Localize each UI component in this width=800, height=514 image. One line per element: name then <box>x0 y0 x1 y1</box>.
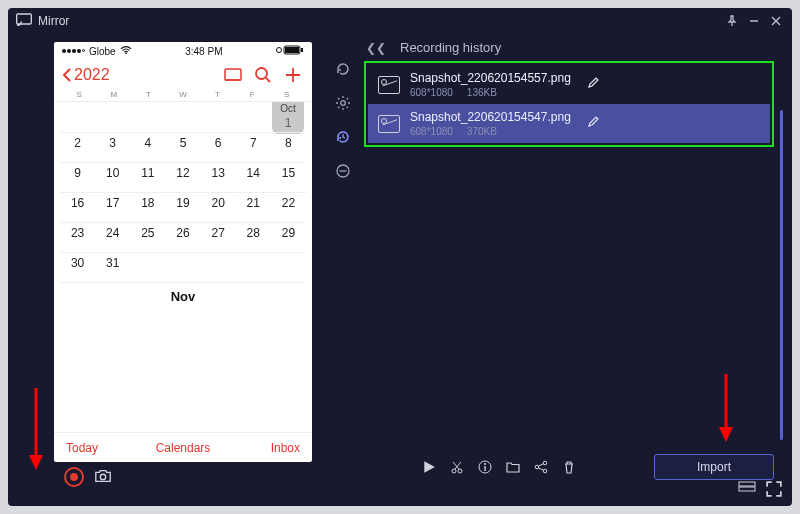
day-cell[interactable]: 12 <box>165 162 200 192</box>
edit-icon[interactable] <box>587 116 599 131</box>
day-cell[interactable]: 2 <box>60 132 95 162</box>
day-cell[interactable]: 7 <box>236 132 271 162</box>
recording-name: Snapshot_220620154557.png <box>410 71 571 85</box>
mirror-column: Globe 3:48 PM 2022 <box>8 34 326 506</box>
day-cell[interactable]: 30 <box>60 252 95 282</box>
day-cell[interactable]: 13 <box>201 162 236 192</box>
next-month-label: Nov <box>60 282 306 306</box>
day-cell[interactable] <box>130 306 165 336</box>
delete-icon[interactable] <box>560 458 578 476</box>
inbox-button[interactable]: Inbox <box>271 441 300 455</box>
corner-icons <box>738 481 782 500</box>
carrier-label: Globe <box>89 46 116 57</box>
day-cell[interactable]: 26 <box>165 222 200 252</box>
day-cell[interactable]: 14 <box>236 162 271 192</box>
remove-icon[interactable] <box>334 162 352 180</box>
search-icon[interactable] <box>252 64 274 86</box>
day-cell[interactable] <box>95 306 130 336</box>
play-icon[interactable] <box>420 458 438 476</box>
day-cell[interactable]: 31 <box>95 252 130 282</box>
day-cell[interactable]: 18 <box>130 192 165 222</box>
list-view-icon[interactable] <box>222 64 244 86</box>
weekday-s: S <box>62 90 97 99</box>
pin-button[interactable] <box>724 13 740 29</box>
panel-title: Recording history <box>400 40 501 55</box>
edit-icon[interactable] <box>587 77 599 92</box>
refresh-icon[interactable] <box>334 60 352 78</box>
snapshot-button[interactable] <box>94 468 112 486</box>
fullscreen-icon[interactable] <box>766 481 782 500</box>
day-cell[interactable]: 4 <box>130 132 165 162</box>
svg-point-27 <box>543 469 547 473</box>
day-cell[interactable]: 19 <box>165 192 200 222</box>
day-cell[interactable]: 5 <box>165 132 200 162</box>
day-cell[interactable]: 28 <box>236 222 271 252</box>
svg-rect-0 <box>17 14 32 24</box>
wifi-icon <box>120 46 132 57</box>
recording-meta: 608*1080370KB <box>410 126 571 137</box>
share-icon[interactable] <box>532 458 550 476</box>
svg-point-1 <box>17 23 19 25</box>
day-cell[interactable] <box>60 306 95 336</box>
day-cell[interactable] <box>201 306 236 336</box>
day-cell[interactable]: 11 <box>130 162 165 192</box>
collapse-icon[interactable]: ❮❮ <box>366 41 386 55</box>
day-cell[interactable]: 16 <box>60 192 95 222</box>
svg-rect-9 <box>285 47 299 53</box>
day-cell[interactable]: Oct 1 <box>271 102 306 132</box>
day-cell[interactable]: 20 <box>201 192 236 222</box>
day-cell[interactable] <box>165 306 200 336</box>
action-row: Import <box>420 454 774 480</box>
svg-point-16 <box>100 474 105 479</box>
day-cell[interactable]: 6 <box>201 132 236 162</box>
svg-point-6 <box>277 48 282 53</box>
year-label: 2022 <box>74 66 110 84</box>
day-cell[interactable]: 10 <box>95 162 130 192</box>
recording-info: Snapshot_220620154557.png608*1080136KB <box>410 71 571 98</box>
folder-icon[interactable] <box>504 458 522 476</box>
day-cell[interactable]: 9 <box>60 162 95 192</box>
day-cell[interactable] <box>201 252 236 282</box>
svg-rect-8 <box>301 48 303 52</box>
weekday-row: S M T W T F S <box>54 90 312 102</box>
day-cell[interactable]: 24 <box>95 222 130 252</box>
close-button[interactable] <box>768 13 784 29</box>
phone-statusbar: Globe 3:48 PM <box>54 42 312 60</box>
day-cell[interactable]: 21 <box>236 192 271 222</box>
cut-icon[interactable] <box>448 458 466 476</box>
weekday-t2: T <box>200 90 235 99</box>
day-cell[interactable]: 23 <box>60 222 95 252</box>
oct-1-tile[interactable]: Oct 1 <box>272 102 304 134</box>
action-icons <box>420 458 578 476</box>
day-cell[interactable] <box>165 252 200 282</box>
day-cell[interactable] <box>271 306 306 336</box>
minimize-button[interactable] <box>746 13 762 29</box>
day-cell[interactable]: 8 <box>271 132 306 162</box>
day-cell[interactable]: 22 <box>271 192 306 222</box>
svg-point-20 <box>452 469 456 473</box>
gear-icon[interactable] <box>334 94 352 112</box>
today-button[interactable]: Today <box>66 441 98 455</box>
day-cell[interactable]: 25 <box>130 222 165 252</box>
svg-rect-29 <box>739 482 755 486</box>
ratio-icon[interactable] <box>738 481 756 500</box>
year-back-button[interactable]: 2022 <box>62 66 110 84</box>
recording-item[interactable]: Snapshot_220620154557.png608*1080136KB <box>368 65 770 104</box>
day-cell[interactable] <box>236 252 271 282</box>
add-icon[interactable] <box>282 64 304 86</box>
day-cell[interactable] <box>130 252 165 282</box>
day-cell[interactable] <box>271 252 306 282</box>
day-cell[interactable]: 3 <box>95 132 130 162</box>
scrollbar[interactable] <box>780 110 783 440</box>
calendar-body[interactable]: Oct 1 2345678910111213141516171819202122… <box>54 102 312 432</box>
day-cell[interactable] <box>236 306 271 336</box>
day-cell[interactable]: 29 <box>271 222 306 252</box>
day-cell[interactable]: 27 <box>201 222 236 252</box>
day-cell[interactable]: 15 <box>271 162 306 192</box>
recording-item[interactable]: Snapshot_220620154547.png608*1080370KB <box>368 104 770 143</box>
history-icon[interactable] <box>334 128 352 146</box>
info-icon[interactable] <box>476 458 494 476</box>
import-button[interactable]: Import <box>654 454 774 480</box>
record-button[interactable] <box>64 467 84 487</box>
day-cell[interactable]: 17 <box>95 192 130 222</box>
